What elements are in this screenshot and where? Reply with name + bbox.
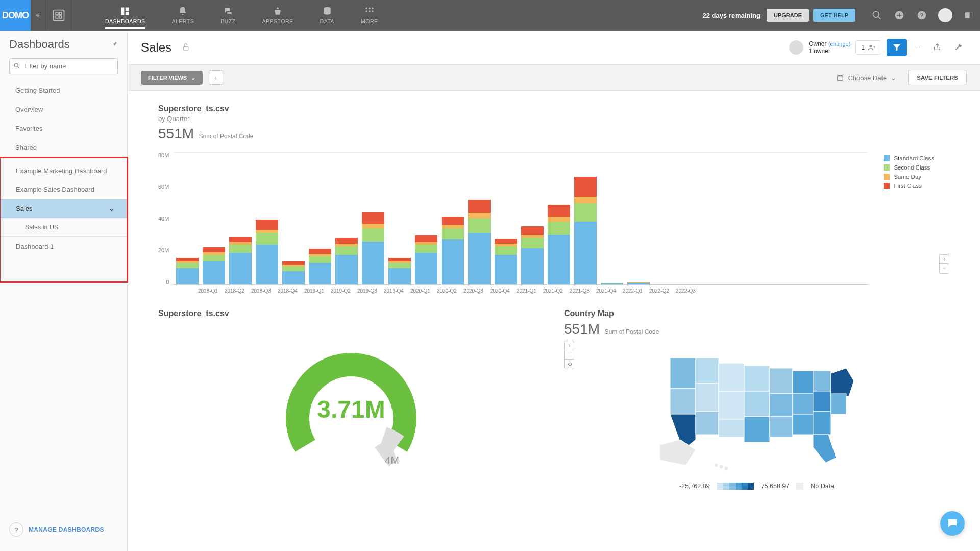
choose-date-button[interactable]: Choose Date ⌄ xyxy=(831,70,902,85)
sidebar-item-shared[interactable]: Shared xyxy=(0,138,127,157)
owner-avatar[interactable] xyxy=(789,40,803,55)
svg-rect-38 xyxy=(770,417,793,437)
svg-point-21 xyxy=(14,63,18,67)
add-tab-button[interactable]: + xyxy=(31,0,46,31)
filter-views-button[interactable]: FILTER VIEWS ⌄ xyxy=(141,71,203,85)
svg-rect-28 xyxy=(696,384,719,412)
zoom-out-icon[interactable]: − xyxy=(940,264,949,273)
share-count[interactable]: 1 xyxy=(855,40,881,55)
svg-rect-4 xyxy=(59,16,62,18)
person-add-icon xyxy=(868,43,876,52)
help-circle-icon[interactable]: ? xyxy=(9,522,23,537)
nav-alerts[interactable]: ALERTS xyxy=(159,2,208,29)
nav-data[interactable]: DATA xyxy=(307,2,348,29)
wrench-icon[interactable] xyxy=(950,43,967,53)
svg-rect-5 xyxy=(121,8,125,15)
map-legend-max: 75,658.97 xyxy=(761,483,790,490)
svg-rect-40 xyxy=(793,394,813,414)
add-icon[interactable]: + xyxy=(912,44,924,51)
workspace-icon[interactable] xyxy=(46,0,71,31)
svg-rect-36 xyxy=(770,368,793,394)
chart-title: Superstore_ts.csv xyxy=(158,104,949,113)
help-icon[interactable]: ? xyxy=(916,9,928,21)
nav-buzz[interactable]: BUZZ xyxy=(207,2,249,29)
sidebar-item-overview[interactable]: Overview xyxy=(0,100,127,119)
logo[interactable]: DOMO xyxy=(0,0,31,31)
chat-fab[interactable] xyxy=(940,511,965,536)
zoom-in-icon[interactable]: + xyxy=(940,255,949,264)
svg-rect-35 xyxy=(744,417,770,442)
pin-icon[interactable] xyxy=(111,40,118,49)
y-axis: 80M60M40M20M0 xyxy=(158,152,173,285)
map-gradient xyxy=(717,483,754,490)
trial-remaining: 22 days remaining xyxy=(703,12,761,19)
nav-more[interactable]: MORE xyxy=(348,2,391,29)
nav-dashboards[interactable]: DASHBOARDS xyxy=(92,2,159,29)
svg-rect-34 xyxy=(744,391,770,417)
svg-point-10 xyxy=(369,8,370,9)
svg-rect-26 xyxy=(670,389,696,414)
appstore-icon xyxy=(273,6,283,16)
chart-headline-value: 551M xyxy=(158,126,194,141)
svg-rect-1 xyxy=(56,12,58,15)
sidebar-item-favorites[interactable]: Favorites xyxy=(0,119,127,138)
chart-headline-label: Sum of Postal Code xyxy=(199,133,254,140)
svg-rect-31 xyxy=(719,391,744,419)
map-headline-value: 551M xyxy=(564,321,600,337)
svg-point-47 xyxy=(719,465,723,469)
chart-subtitle: by Quarter xyxy=(158,115,949,123)
calendar-icon xyxy=(837,74,844,81)
svg-rect-22 xyxy=(183,46,188,50)
dashboard-icon xyxy=(120,6,130,16)
sidebar-item-dashboard-1[interactable]: Dashboard 1 xyxy=(1,237,127,256)
gethelp-button[interactable]: GET HELP xyxy=(813,9,855,22)
svg-rect-42 xyxy=(813,371,831,391)
save-filters-button[interactable]: SAVE FILTERS xyxy=(908,70,967,85)
lock-icon[interactable] xyxy=(182,43,190,53)
share-icon[interactable] xyxy=(929,43,945,53)
svg-rect-25 xyxy=(670,358,696,389)
us-map[interactable] xyxy=(650,343,864,475)
sidebar-item-example-marketing[interactable]: Example Marketing Dashboard xyxy=(1,161,127,180)
search-icon[interactable] xyxy=(871,9,883,21)
sidebar-title: Dashboards xyxy=(9,38,70,51)
add-circle-icon[interactable] xyxy=(893,9,905,21)
sidebar-item-sales[interactable]: Sales ⌄ xyxy=(1,199,127,218)
sidebar-item-getting-started[interactable]: Getting Started xyxy=(0,81,127,100)
gauge-value: 3.71M xyxy=(317,396,385,423)
sidebar-item-example-sales[interactable]: Example Sales Dashboard xyxy=(1,180,127,199)
svg-point-13 xyxy=(369,10,370,12)
svg-text:?: ? xyxy=(920,12,923,18)
highlight-box: Example Marketing Dashboard Example Sale… xyxy=(0,157,128,283)
zoom-out-icon[interactable]: − xyxy=(565,350,574,360)
gauge-title: Superstore_ts.csv xyxy=(158,309,544,318)
user-avatar[interactable] xyxy=(938,8,952,22)
svg-point-15 xyxy=(873,12,879,18)
panel-icon[interactable] xyxy=(963,9,975,21)
svg-rect-37 xyxy=(770,394,793,417)
filter-bar: FILTER VIEWS ⌄ + Choose Date ⌄ SAVE FILT… xyxy=(128,64,980,91)
add-filter-button[interactable]: + xyxy=(209,70,223,85)
map-zoom-control[interactable]: + − ⟲ xyxy=(564,341,574,369)
reset-icon[interactable]: ⟲ xyxy=(565,360,574,369)
chart-legend: Standard ClassSecond ClassSame DayFirst … xyxy=(884,152,934,294)
svg-rect-3 xyxy=(56,16,58,18)
chevron-down-icon: ⌄ xyxy=(109,205,114,212)
svg-rect-39 xyxy=(793,371,813,394)
zoom-in-icon[interactable]: + xyxy=(565,341,574,350)
manage-dashboards-link[interactable]: MANAGE DASHBOARDS xyxy=(29,526,104,533)
sidebar-item-sales-in-us[interactable]: Sales in US xyxy=(1,218,127,237)
page-header: Sales Owner (change) 1 owner 1 + xyxy=(128,31,980,64)
chart-zoom-control[interactable]: +− xyxy=(939,254,949,274)
nav-appstore[interactable]: APPSTORE xyxy=(249,2,307,29)
owner-change-link[interactable]: (change) xyxy=(828,41,850,47)
svg-point-12 xyxy=(365,10,367,12)
upgrade-button[interactable]: UPGRADE xyxy=(767,9,809,22)
filter-toggle-button[interactable] xyxy=(887,39,907,56)
nodata-swatch xyxy=(796,483,803,490)
bell-icon xyxy=(178,6,188,16)
map-legend-min: -25,762.89 xyxy=(679,483,710,490)
filter-name-input[interactable] xyxy=(9,58,118,74)
svg-rect-32 xyxy=(719,419,744,437)
gauge-card: Superstore_ts.csv 3.71M 4M xyxy=(158,309,544,490)
